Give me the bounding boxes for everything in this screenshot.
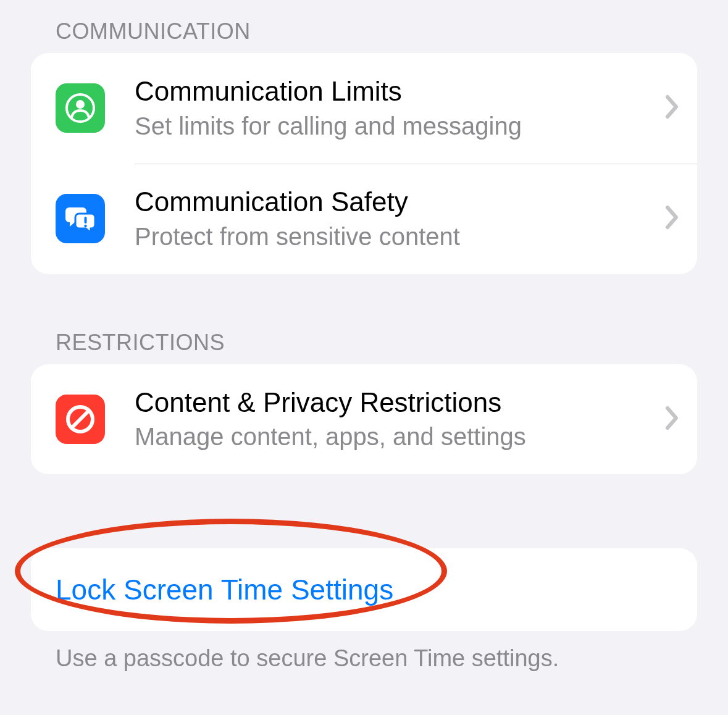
chevron-right-icon <box>665 94 680 122</box>
row-communication-safety[interactable]: Communication Safety Protect from sensit… <box>31 164 697 274</box>
row-communication-limits[interactable]: Communication Limits Set limits for call… <box>31 53 697 164</box>
communication-card: Communication Limits Set limits for call… <box>31 53 697 274</box>
lock-screen-time-link[interactable]: Lock Screen Time Settings <box>56 573 393 606</box>
chevron-right-icon <box>665 205 680 232</box>
settings-page: COMMUNICATION Communication Limits Set l… <box>0 0 728 674</box>
chat-alert-icon <box>56 194 105 243</box>
row-text: Content & Privacy Restrictions Manage co… <box>135 383 655 456</box>
section-header-communication: COMMUNICATION <box>31 19 697 53</box>
row-title: Communication Safety <box>135 186 655 219</box>
section-header-restrictions: RESTRICTIONS <box>31 330 697 364</box>
restrictions-card: Content & Privacy Restrictions Manage co… <box>31 364 697 475</box>
svg-rect-2 <box>85 217 87 224</box>
svg-line-5 <box>72 411 89 428</box>
row-subtitle: Manage content, apps, and settings <box>135 421 655 452</box>
svg-point-3 <box>84 225 86 227</box>
no-entry-icon <box>56 395 105 444</box>
row-content-privacy[interactable]: Content & Privacy Restrictions Manage co… <box>31 364 697 475</box>
svg-point-1 <box>76 100 85 109</box>
lock-footer-text: Use a passcode to secure Screen Time set… <box>31 631 697 674</box>
row-text: Communication Limits Set limits for call… <box>135 72 655 145</box>
row-subtitle: Protect from sensitive content <box>135 221 655 252</box>
row-subtitle: Set limits for calling and messaging <box>135 111 655 141</box>
lock-screen-time-card[interactable]: Lock Screen Time Settings <box>31 548 697 631</box>
person-circle-icon <box>56 83 105 133</box>
row-title: Communication Limits <box>135 75 655 108</box>
chevron-right-icon <box>665 406 680 433</box>
row-title: Content & Privacy Restrictions <box>135 387 655 419</box>
row-text: Communication Safety Protect from sensit… <box>135 182 655 256</box>
